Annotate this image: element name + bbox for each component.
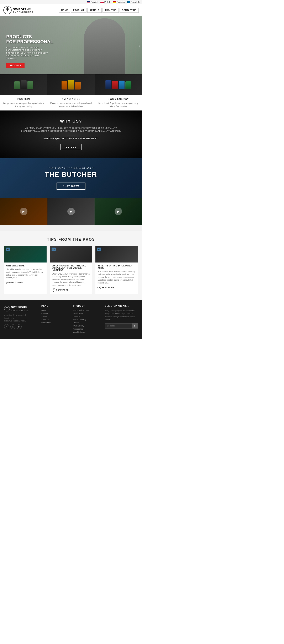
why-sub: SWEDISH QUALITY, THE BEST FOR THE BEST! bbox=[6, 138, 136, 140]
hero-product-button[interactable]: PRODUCT bbox=[6, 63, 25, 68]
lang-spanish-label: Spanish bbox=[117, 1, 125, 3]
hero-content: PRODUCTS FOR PROFESSIONAL ALL PRODUCTS F… bbox=[0, 34, 60, 74]
product-name-pwo: PWO / Energy bbox=[97, 98, 140, 100]
nav-home[interactable]: HOME bbox=[59, 8, 70, 13]
why-text: WE KNOW EXACTLY WHAT YOU NEED. OUR PRODU… bbox=[19, 126, 123, 133]
footer-product-title: PRODUCT bbox=[73, 305, 101, 307]
nav-product[interactable]: PRODUCT bbox=[71, 8, 87, 13]
lang-polish[interactable]: Polish bbox=[100, 1, 111, 3]
why-section: WHY US? WE KNOW EXACTLY WHAT YOU NEED. O… bbox=[0, 110, 142, 158]
footer-logo: SWEDISH® SUPPLEMENTS bbox=[4, 305, 37, 312]
logo: SWEDISH® SUPPLEMENTS bbox=[3, 6, 34, 14]
footer-product-muscle[interactable]: Muscle Building bbox=[73, 318, 101, 321]
tip-text-whey: Whey, whey and whey protein – dear child… bbox=[52, 273, 90, 287]
nav-about[interactable]: ABOUT US bbox=[103, 8, 119, 13]
product-card-pwo: PWO / Energy No bull shit! Experience th… bbox=[95, 74, 142, 110]
video-thumb-2[interactable]: ▶ bbox=[47, 198, 95, 225]
product-card-amino: AMINO ACIDS Faster recovery, increase mu… bbox=[47, 74, 95, 110]
tip-content-bcaa: BENEFITS OF THE BCAA AMINO ACIDS BCAA am… bbox=[95, 262, 138, 292]
butcher-section: "UNLEASH YOUR INNER BEAST!" THE BUTCHER … bbox=[0, 158, 142, 198]
camera-icon-bcaa: 📷 bbox=[97, 248, 101, 251]
flag-swedish bbox=[127, 1, 130, 3]
product-info-protein: PROTEIN Our products are composed of ing… bbox=[0, 95, 47, 110]
read-more-bcaa[interactable]: ➤ READ MORE bbox=[98, 286, 136, 289]
footer-product-creatine[interactable]: Creatine bbox=[73, 316, 101, 318]
instagram-icon[interactable]: ⓑ bbox=[11, 324, 15, 329]
can-amino-1 bbox=[62, 81, 67, 90]
top-bar: English Polish Spanish Swedish bbox=[0, 0, 142, 4]
main-nav: HOME PRODUCT ARTICLE ABOUT US CONTACT US bbox=[59, 8, 139, 13]
lang-english[interactable]: English bbox=[87, 1, 98, 3]
tip-title-vitamin: WHY VITAMIN D3? bbox=[6, 264, 45, 267]
footer-logo-icon bbox=[4, 305, 10, 312]
tip-content-vitamin: WHY VITAMIN D3? The white vitamin Vitami… bbox=[4, 262, 47, 286]
tip-card-whey: 📷 WHEY PROTEIN – NUTRITIONAL SUPPLEMENT … bbox=[50, 246, 92, 294]
tips-title: TIPS FROM THE PROS bbox=[4, 237, 138, 242]
brand-name: SWEDISH® bbox=[13, 8, 34, 11]
footer-newsletter-col: ONE STEP AHEAD.... Easy-Just sign up for… bbox=[105, 305, 138, 334]
product-image-protein bbox=[0, 74, 47, 95]
youtube-icon[interactable]: ▶ bbox=[17, 324, 22, 329]
amino-cans bbox=[62, 80, 81, 90]
can-1 bbox=[14, 82, 20, 89]
video-play-3[interactable]: ▶ bbox=[115, 208, 122, 215]
footer-menu-contact[interactable]: Contact Us bbox=[41, 322, 69, 324]
read-more-vitamin[interactable]: ➤ READ MORE bbox=[6, 281, 45, 284]
footer-product-protein[interactable]: Protein bbox=[73, 322, 101, 324]
facebook-icon[interactable]: f bbox=[4, 324, 9, 329]
read-more-circle-vitamin: ➤ bbox=[6, 281, 10, 284]
footer-product-accessories[interactable]: Accessories bbox=[73, 328, 101, 330]
newsletter-email-input[interactable] bbox=[105, 323, 132, 328]
butcher-title: THE BUTCHER bbox=[6, 171, 136, 178]
videos-section: ▶ ▶ ▶ bbox=[0, 198, 142, 225]
nav-contact[interactable]: CONTACT US bbox=[120, 8, 139, 13]
footer-social: f ⓑ ▶ bbox=[4, 324, 37, 329]
lang-english-label: English bbox=[91, 1, 98, 3]
tip-text-bcaa: BCAA amino acids maximize muscle build-u… bbox=[98, 270, 136, 284]
tips-section: TIPS FROM THE PROS 📷 WHY VITAMIN D3? The… bbox=[0, 231, 142, 300]
can-pwo-4 bbox=[125, 82, 131, 89]
tip-content-whey: WHEY PROTEIN – NUTRITIONAL SUPPLEMENT FO… bbox=[50, 262, 92, 294]
products-section: PROTEIN Our products are composed of ing… bbox=[0, 74, 142, 110]
video-thumb-1[interactable]: ▶ bbox=[0, 198, 47, 225]
footer-product-col: PRODUCT Gainer/Kolhydrater Health Food C… bbox=[73, 305, 101, 334]
footer-product-pwo[interactable]: PWO/Energy bbox=[73, 325, 101, 327]
footer-product-health[interactable]: Health Food bbox=[73, 312, 101, 314]
footer-menu-article[interactable]: Article bbox=[41, 316, 69, 318]
lang-swedish-label: Swedish bbox=[131, 1, 140, 3]
footer-menu-home[interactable]: Home bbox=[41, 309, 69, 311]
tip-image-bcaa: 📷 bbox=[95, 246, 138, 262]
read-more-whey[interactable]: ➤ READ MORE bbox=[52, 288, 90, 292]
footer-menu-product[interactable]: Product bbox=[41, 312, 69, 314]
video-play-2[interactable]: ▶ bbox=[67, 208, 75, 215]
footer-product-gainer[interactable]: Gainer/Kolhydrater bbox=[73, 309, 101, 311]
nav-article[interactable]: ARTICLE bbox=[87, 8, 102, 13]
video-play-1[interactable]: ▶ bbox=[20, 208, 28, 215]
tip-image-whey: 📷 bbox=[50, 246, 92, 262]
can-pwo-1 bbox=[105, 80, 111, 89]
newsletter-submit-button[interactable]: ➤ bbox=[132, 323, 138, 328]
lang-spanish[interactable]: Spanish bbox=[113, 1, 125, 3]
tip-title-whey: WHEY PROTEIN – NUTRITIONAL SUPPLEMENT FO… bbox=[52, 264, 90, 272]
video-thumb-3[interactable]: ▶ bbox=[95, 198, 142, 225]
butcher-play-button[interactable]: PLAY NOW! bbox=[57, 182, 86, 190]
lang-swedish[interactable]: Swedish bbox=[127, 1, 140, 3]
footer-logo-text: SWEDISH® SUPPLEMENTS bbox=[11, 305, 37, 312]
footer-newsletter-title: ONE STEP AHEAD.... bbox=[105, 305, 138, 307]
gray-spacer bbox=[0, 225, 142, 231]
product-info-amino: AMINO ACIDS Faster recovery, increase mu… bbox=[47, 95, 95, 110]
hero-title: PRODUCTS FOR PROFESSIONAL bbox=[6, 34, 53, 44]
footer-menu-about[interactable]: About Us bbox=[41, 318, 69, 321]
tip-card-bcaa: 📷 BENEFITS OF THE BCAA AMINO ACIDS BCAA … bbox=[95, 246, 138, 294]
footer-input-row: ➤ bbox=[105, 323, 138, 328]
tips-grid: 📷 WHY VITAMIN D3? The white vitamin Vita… bbox=[4, 246, 138, 294]
why-divider bbox=[67, 135, 75, 136]
flag-polish bbox=[100, 1, 104, 3]
footer-product-weight[interactable]: Weight Control bbox=[73, 331, 101, 333]
hero-person-image bbox=[84, 18, 125, 74]
logo-text: SWEDISH® SUPPLEMENTS bbox=[13, 8, 34, 13]
protein-cans bbox=[14, 80, 33, 89]
tip-text-vitamin: The white vitamin Vitamin D3 is a thing … bbox=[6, 268, 45, 279]
why-button[interactable]: OM OSS bbox=[60, 144, 82, 150]
hero-scroll-arrow[interactable]: › bbox=[139, 43, 140, 48]
